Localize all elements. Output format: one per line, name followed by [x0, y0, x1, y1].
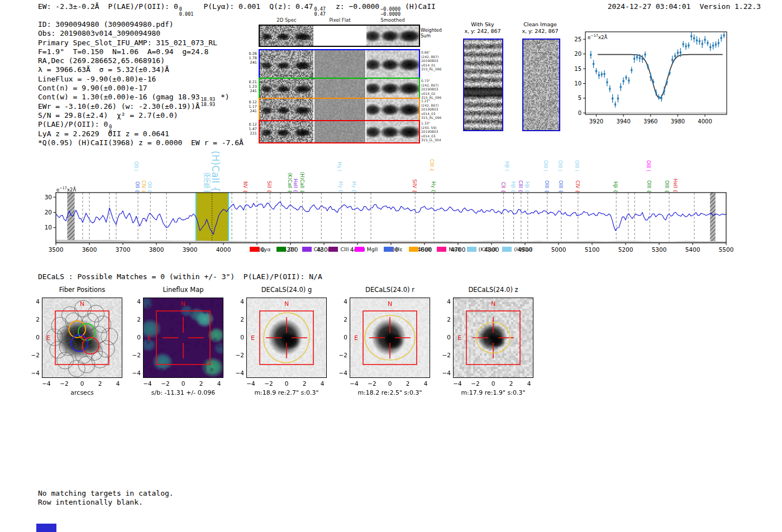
- inset-x-tick-label: 3980: [671, 118, 685, 124]
- flux-data-point: [650, 76, 651, 78]
- emission-line-label: OIII (: [543, 160, 549, 171]
- twod-row1-col2-image: [366, 50, 419, 78]
- cutout-y-tick-label: 4: [335, 298, 347, 305]
- legend-swatch: [437, 247, 446, 252]
- spectrum-line: [56, 202, 726, 234]
- cutout-y-tick-label: −2: [27, 352, 40, 358]
- cutout-x-tick-label: 4: [521, 380, 537, 387]
- cutout-x-tick-label: −4: [39, 380, 54, 387]
- cutout-overlay-3: NE: [350, 298, 430, 378]
- cutout-y-tick-label: 0: [335, 334, 347, 341]
- cutout-y-tick-label: −2: [232, 352, 244, 358]
- cutout-y-tick-label: 4: [128, 298, 141, 305]
- cutout-x-tick-label: 2: [92, 380, 108, 387]
- info-line: LineFlux = -9.90(±0.80)e-16: [38, 75, 244, 84]
- legend-label: (H)CaII: [514, 246, 532, 252]
- next-section-color-swatch: [36, 524, 56, 532]
- cutout-y-tick-label: −2: [335, 352, 347, 358]
- flux-data-point: [644, 54, 646, 55]
- cutout-y-tick-label: −4: [335, 370, 347, 376]
- info-line: ID: 3090094980 (3090094980.pdf): [38, 20, 244, 29]
- compass-east-label: E: [251, 334, 255, 342]
- header-metric: z: −0.0000: [336, 2, 379, 11]
- info-line: Cont(n) = 9.90(±0.00)e-17: [38, 84, 244, 93]
- inset-y-tick-label: 25: [574, 36, 581, 42]
- inset-x-tick-label: 4000: [698, 118, 712, 124]
- emission-line-label: HeII {: [673, 179, 678, 193]
- flux-data-point: [623, 80, 624, 82]
- cutout-title: Lineflux Map: [139, 286, 228, 294]
- compass-north-label: N: [80, 300, 84, 308]
- info-line: Cont(w) = 1.30(±0.00)e-16 (gmag 18.9318.…: [38, 93, 244, 102]
- compass-north-label: N: [388, 300, 392, 308]
- twod-row4-col2-image: [366, 121, 419, 142]
- cutout-y-tick-label: 4: [27, 298, 40, 305]
- flux-data-point: [598, 74, 600, 76]
- emission-line-label: Hγ {: [338, 181, 344, 193]
- report-datetime: 2024-12-27 03:04:01: [608, 2, 691, 11]
- main-y-tick-label: 30: [45, 194, 52, 200]
- clean-image-title: Clean Image x, y: 242, 867: [512, 21, 568, 35]
- cutout-x-tick-label: −2: [56, 380, 72, 387]
- twod-row-2: [259, 78, 420, 99]
- inset-y-tick-label: 15: [574, 66, 581, 72]
- elixer-report-page: EW: -2.3±-0.2ÅP(LAE)/P(OII): 000.001P(Ly…: [0, 0, 782, 532]
- cutout-y-tick-label: 2: [232, 316, 244, 323]
- emission-line-label: CIV {: [575, 180, 580, 193]
- clean-image: [523, 40, 559, 130]
- cutout-y-tick-label: 2: [128, 316, 141, 323]
- legend-item: NeIII: [437, 246, 460, 252]
- cutout-xlabel: arcsecs: [26, 389, 138, 396]
- inset-x-tick-label: 3960: [643, 118, 657, 124]
- fiber-circle: [101, 328, 118, 345]
- legend-label: (K)CaII: [479, 246, 497, 252]
- weighted-sum-label: WeightedSum: [421, 28, 442, 39]
- flux-data-point: [614, 103, 616, 105]
- emission-line-label: OIII (: [557, 160, 563, 171]
- twod-row-3: [259, 98, 420, 121]
- legend-item: (K)CaII: [467, 246, 497, 252]
- flux-data-point: [704, 39, 705, 41]
- cutout-x-tick-label: 4: [314, 380, 330, 387]
- flux-data-point: [595, 70, 597, 72]
- flux-data-point: [663, 90, 665, 92]
- cutout-x-tick-label: 0: [279, 380, 294, 387]
- flux-data-point: [661, 97, 662, 99]
- flux-data-point: [631, 69, 632, 71]
- legend-label: Hε: [395, 246, 402, 252]
- cutout-title: Fiber Positions: [37, 286, 127, 294]
- emission-line-labels: OII (OII {CIV {OII {(K)CaII {(K)CaII {(H…: [56, 142, 726, 193]
- flux-data-point: [715, 44, 717, 45]
- flux-data-point: [593, 63, 594, 65]
- cutout-x-tick-label: −2: [158, 380, 173, 387]
- cutout-xlabel: s/b: -11.31 +/- 0.096: [127, 389, 239, 396]
- flux-data-point: [647, 66, 649, 68]
- emission-line-label: HeII {: [293, 179, 298, 193]
- footer-line: Row intentionally blank.: [38, 498, 174, 507]
- info-line: LyA z = 2.2629 OII z = 0.0641: [38, 130, 244, 138]
- flux-data-point: [603, 73, 605, 75]
- sup-sub-stack: 18.9318.93: [201, 97, 216, 107]
- legend-label: OII: [288, 246, 295, 252]
- fiber-circle: [86, 344, 103, 361]
- cutout-y-tick-label: 4: [438, 298, 451, 305]
- legend-item: Lyα: [250, 246, 270, 252]
- flux-data-point: [674, 55, 676, 57]
- inset-x-tick-label: 3920: [589, 118, 603, 124]
- flux-data-point: [609, 88, 611, 89]
- flux-data-point: [620, 86, 622, 88]
- flux-data-point: [702, 43, 703, 45]
- selected-fiber-circle: [82, 338, 99, 354]
- main-y-tick-label: 10: [45, 224, 52, 231]
- flux-data-point: [633, 58, 635, 60]
- emission-line-label: Hγ {: [351, 181, 357, 193]
- flux-data-point: [690, 35, 692, 37]
- full-spectrum-plot-svg: 3500360037003800390040004100420043004400…: [49, 184, 732, 254]
- cutout-xlabel: m:18.9 re:2.7" s:0.3": [231, 389, 342, 396]
- fiber-circle: [69, 360, 85, 377]
- flux-data-point: [628, 80, 630, 82]
- emission-line-label: OIII {: [558, 180, 564, 193]
- cutout-y-tick-label: 2: [27, 316, 40, 323]
- header-metric: P(Lyα): 0.001: [203, 2, 260, 11]
- sup-sub-stack: 00.001: [179, 7, 194, 16]
